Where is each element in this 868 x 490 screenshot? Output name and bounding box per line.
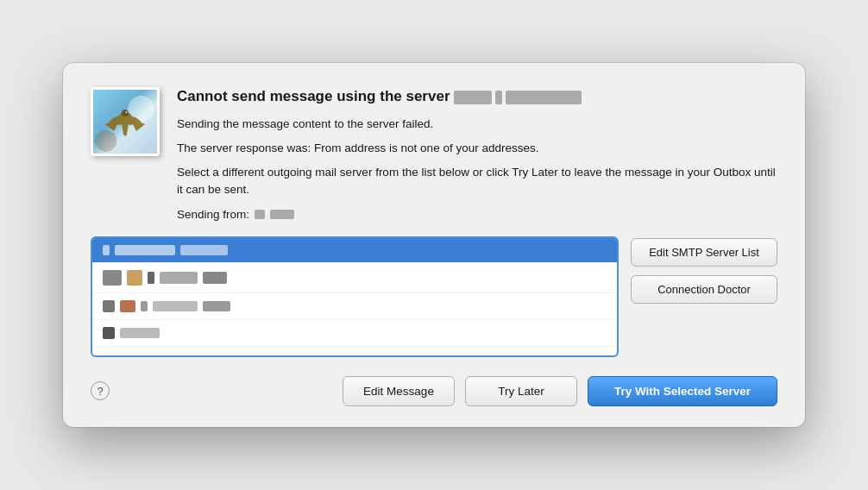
redacted-s2-2: [160, 272, 198, 284]
redacted-s3-av2: [120, 300, 135, 312]
error-line3: Select a different outgoing mail server …: [177, 164, 777, 199]
edit-smtp-button[interactable]: Edit SMTP Server List: [631, 238, 777, 267]
redacted-s4-av: [103, 327, 115, 339]
try-later-button[interactable]: Try Later: [465, 376, 577, 406]
redacted-s4-1: [120, 328, 160, 338]
redacted-s1-1: [103, 245, 110, 255]
redacted-s3-3: [203, 301, 230, 311]
redacted-server-1: [454, 91, 492, 104]
server-list-item-3[interactable]: [92, 293, 617, 320]
side-buttons: Edit SMTP Server List Connection Doctor: [631, 236, 777, 357]
sending-from-label: Sending from:: [177, 208, 249, 221]
dialog-title: Cannot send message using the server: [177, 87, 777, 106]
server-list-item-2[interactable]: [92, 263, 617, 293]
header-row: Cannot send message using the server Sen…: [91, 87, 777, 220]
server-list[interactable]: [91, 236, 619, 357]
redacted-s2-3: [203, 272, 227, 284]
help-button[interactable]: ?: [91, 381, 110, 400]
redacted-from-2: [270, 210, 294, 219]
redacted-s2-av2: [127, 270, 142, 286]
connection-doctor-button[interactable]: Connection Doctor: [631, 275, 777, 304]
redacted-server-2: [506, 91, 582, 104]
content-area: Edit SMTP Server List Connection Doctor: [91, 236, 777, 357]
footer-row: ? Edit Message Try Later Try With Select…: [91, 376, 777, 406]
redacted-from-1: [255, 210, 265, 219]
redacted-s2-av: [103, 270, 122, 286]
error-dialog: Cannot send message using the server Sen…: [63, 63, 805, 426]
sending-from-row: Sending from:: [177, 208, 777, 221]
try-with-selected-button[interactable]: Try With Selected Server: [588, 376, 777, 406]
error-line2: The server response was: From address is…: [177, 140, 777, 157]
redacted-s3-1: [141, 301, 148, 311]
error-line1: Sending the message content to the serve…: [177, 116, 777, 133]
server-list-item-1[interactable]: [92, 238, 617, 263]
redacted-server-sep: [495, 91, 502, 104]
eagle-icon: [100, 98, 150, 145]
svg-point-1: [122, 110, 129, 116]
redacted-s1-3: [180, 245, 228, 255]
redacted-s3-av: [103, 300, 115, 312]
server-list-item-4[interactable]: [92, 320, 617, 347]
mail-icon: [91, 87, 160, 156]
svg-point-2: [126, 111, 128, 113]
edit-message-button[interactable]: Edit Message: [343, 376, 455, 406]
redacted-s3-2: [153, 301, 198, 311]
redacted-s2-1: [148, 272, 154, 284]
header-text: Cannot send message using the server Sen…: [177, 87, 777, 220]
redacted-s1-2: [115, 245, 175, 255]
